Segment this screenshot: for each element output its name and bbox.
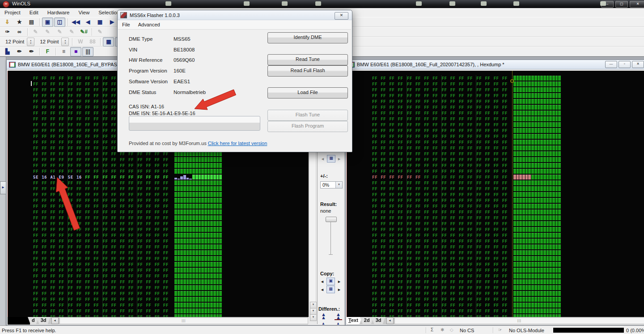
hex-byte[interactable]: FF	[494, 128, 502, 133]
hex-byte[interactable]: FF	[381, 187, 389, 191]
hex-byte[interactable]: FF	[163, 158, 172, 162]
hex-byte[interactable]: FF	[42, 105, 50, 110]
hex-byte[interactable]: FF	[120, 181, 128, 185]
hex-byte[interactable]: FF	[111, 239, 120, 244]
hex-byte[interactable]: FF	[42, 268, 50, 273]
hex-byte[interactable]: FF	[424, 257, 432, 261]
hex-byte[interactable]: FF	[85, 291, 93, 296]
hex-byte[interactable]: FF	[467, 204, 476, 209]
hex-byte[interactable]: FF	[42, 117, 50, 121]
hex-byte[interactable]: FF	[372, 152, 381, 156]
hex-byte[interactable]: FF	[459, 181, 467, 185]
hex-byte[interactable]: FF	[485, 152, 493, 156]
hex-byte[interactable]: FF	[128, 193, 137, 197]
hex-byte[interactable]: FF	[120, 187, 128, 191]
hex-byte[interactable]: FF	[163, 222, 172, 226]
hex-byte[interactable]: FF	[103, 76, 111, 81]
next-map-icon[interactable]: ►	[337, 157, 341, 161]
hex-byte[interactable]: FF	[502, 216, 511, 220]
hex-byte[interactable]: FF	[128, 187, 137, 191]
hex-byte[interactable]: FF	[128, 239, 137, 244]
hex-byte[interactable]: FF	[398, 117, 407, 121]
hex-byte[interactable]: FF	[494, 210, 502, 214]
hex-byte[interactable]: FF	[432, 239, 441, 244]
hex-byte[interactable]: FF	[424, 94, 432, 98]
hex-byte[interactable]: FF	[155, 227, 163, 232]
hex-byte[interactable]: FF	[76, 140, 85, 145]
hex-byte[interactable]: FF	[424, 245, 432, 249]
hex-byte[interactable]: FF	[407, 94, 415, 98]
hex-byte[interactable]: FF	[372, 146, 381, 150]
hex-byte[interactable]: FF	[424, 117, 432, 121]
hex-byte[interactable]: FF	[407, 245, 415, 249]
hex-byte[interactable]: FF	[33, 251, 42, 255]
hex-byte[interactable]: FF	[459, 257, 467, 261]
hex-byte[interactable]: FF	[85, 245, 93, 249]
hex-byte[interactable]: FF	[398, 94, 407, 98]
hex-byte[interactable]: FF	[155, 222, 163, 226]
hex-byte[interactable]: FF	[128, 210, 137, 214]
hex-byte[interactable]: FF	[103, 105, 111, 110]
hex-byte[interactable]: FF	[33, 286, 42, 290]
hex-byte[interactable]: FF	[59, 297, 68, 302]
hex-byte[interactable]: FF	[494, 251, 502, 255]
hex-byte[interactable]: FF	[146, 262, 154, 267]
menu-item-view[interactable]: View	[74, 9, 94, 16]
hex-byte[interactable]: FF	[50, 99, 59, 104]
hex-byte[interactable]: FF	[459, 280, 467, 284]
hex-byte[interactable]: FF	[50, 309, 59, 313]
hex-byte[interactable]: FF	[93, 297, 102, 302]
hex-byte[interactable]: 5E	[68, 175, 76, 180]
tab-scroll-left-icon[interactable]: ◄	[51, 317, 59, 324]
hex-byte[interactable]: FF	[381, 210, 389, 214]
hex-byte[interactable]: FF	[467, 303, 476, 308]
hex-byte[interactable]: FF	[494, 88, 502, 92]
hex-byte[interactable]: FF	[59, 181, 68, 185]
hex-byte[interactable]: FF	[450, 134, 459, 139]
hex-byte[interactable]: FF	[476, 262, 485, 267]
hex-byte[interactable]: FF	[163, 216, 172, 220]
hex-byte[interactable]: FF	[502, 134, 511, 139]
hex-byte[interactable]: FF	[93, 88, 102, 92]
hex-byte[interactable]: FF	[381, 268, 389, 273]
hex-byte[interactable]: FF	[85, 134, 93, 139]
hex-byte[interactable]: FF	[450, 274, 459, 278]
hex-byte[interactable]: FF	[59, 152, 68, 156]
hex-byte[interactable]: FF	[42, 111, 50, 116]
hex-byte[interactable]: FF	[33, 280, 42, 284]
hex-byte[interactable]: FF	[50, 163, 59, 168]
hex-byte[interactable]: FF	[476, 198, 485, 203]
hex-byte[interactable]: FF	[42, 210, 50, 214]
hex-byte[interactable]: FF	[85, 158, 93, 162]
menu-item-edit[interactable]: Edit	[25, 9, 43, 16]
hex-byte[interactable]: FF	[155, 303, 163, 308]
hex-byte[interactable]: FF	[103, 128, 111, 133]
hex-byte[interactable]: FF	[467, 210, 476, 214]
hex-byte[interactable]: FF	[485, 210, 493, 214]
hex-byte[interactable]: FF	[424, 105, 432, 110]
hex-byte[interactable]: FF	[442, 140, 450, 145]
hex-byte[interactable]: FF	[415, 216, 424, 220]
hex-byte[interactable]: FF	[155, 181, 163, 185]
hex-byte[interactable]: FF	[467, 140, 476, 145]
hex-byte[interactable]: FF	[381, 239, 389, 244]
hex-byte[interactable]: FF	[103, 158, 111, 162]
hex-byte[interactable]: FF	[163, 193, 172, 197]
hex-byte[interactable]: FF	[450, 158, 459, 162]
hex-byte[interactable]: FF	[502, 158, 511, 162]
hex-byte[interactable]: FF	[103, 94, 111, 98]
hex-byte[interactable]: FF	[502, 128, 511, 133]
hex-byte[interactable]: FF	[85, 123, 93, 127]
hex-byte[interactable]: FF	[485, 181, 493, 185]
hex-byte[interactable]: FF	[163, 268, 172, 273]
hex-byte[interactable]: FF	[407, 309, 415, 313]
hex-byte[interactable]: FF	[442, 169, 450, 174]
hex-byte[interactable]: FF	[42, 303, 50, 308]
hex-byte[interactable]: FF	[432, 233, 441, 238]
hex-byte[interactable]: FF	[76, 105, 85, 110]
hex-byte[interactable]: FF	[459, 216, 467, 220]
hex-byte[interactable]: FF	[424, 204, 432, 209]
hex-byte[interactable]: FF	[372, 210, 381, 214]
hex-byte[interactable]: FF	[163, 187, 172, 191]
hex-byte[interactable]: FF	[485, 76, 493, 81]
